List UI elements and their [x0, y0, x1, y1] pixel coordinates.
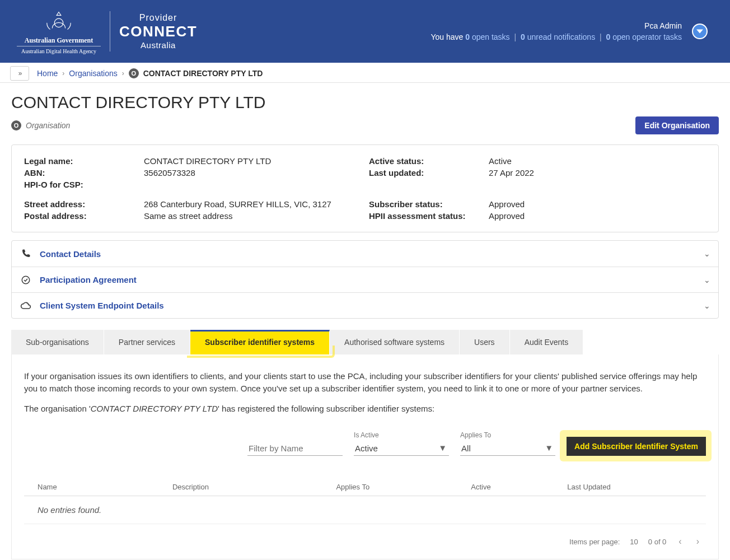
org-badge: O [11, 120, 21, 130]
open-operator-tasks-link[interactable]: 0 open operator tasks [606, 32, 682, 41]
breadcrumb-home[interactable]: Home [37, 69, 58, 78]
page-title: CONTACT DIRECTORY PTY LTD [11, 93, 719, 112]
breadcrumb-current: CONTACT DIRECTORY PTY LTD [143, 69, 263, 78]
tab-authorised-software-systems[interactable]: Authorised software systems [330, 330, 460, 354]
endpoint-details-title: Client System Endpoint Details [40, 301, 164, 310]
breadcrumb-organisations[interactable]: Organisations [69, 69, 117, 78]
applies-to-label: Applies To [460, 431, 555, 439]
pager-range: 0 of 0 [648, 538, 667, 546]
contact-details-row[interactable]: Contact Details ⌄ [12, 241, 718, 267]
filter-row: Is Active Active ▼ Applies To All ▼ Add … [24, 431, 706, 456]
last-updated-value: 27 Apr 2022 [489, 168, 706, 178]
subtitle-left: O Organisation [11, 120, 70, 130]
sep: | [597, 32, 604, 41]
page-subtitle: Organisation [26, 121, 70, 130]
pager-size-select[interactable]: 10 [630, 538, 638, 546]
applies-to-select[interactable]: All [460, 441, 555, 456]
cloud-icon [20, 301, 32, 311]
filter-name-input[interactable] [247, 441, 343, 456]
is-active-select[interactable]: Active [354, 441, 449, 456]
gov-crest-icon [43, 8, 75, 33]
chevron-down-icon: ⌄ [704, 249, 710, 258]
table-empty-row: No entries found. [24, 496, 706, 524]
user-menu-button[interactable] [692, 24, 708, 39]
tab-audit-events[interactable]: Audit Events [510, 330, 584, 354]
gov-title: Australian Government [17, 37, 101, 44]
vertical-divider [110, 11, 110, 52]
pager-next-button[interactable]: › [694, 534, 701, 549]
table-header: Name Description Applies To Active Last … [24, 478, 706, 496]
svg-point-1 [22, 276, 30, 284]
org-info-card: Legal name: CONTACT DIRECTORY PTY LTD Ac… [11, 144, 719, 232]
is-active-field: Is Active Active ▼ [354, 431, 449, 456]
add-subscriber-identifier-system-button[interactable]: Add Subscriber Identifier System [567, 437, 706, 456]
admin-block: Pca Admin You have 0 open tasks | 0 unre… [430, 21, 682, 41]
open-tasks-link[interactable]: 0 open tasks [465, 32, 509, 41]
abn-value: 35620573328 [144, 168, 361, 178]
banner-right: Pca Admin You have 0 open tasks | 0 unre… [430, 21, 708, 41]
banner-left: Australian Government Australian Digital… [17, 8, 197, 54]
gov-crest-block: Australian Government Australian Digital… [17, 8, 101, 54]
col-active: Active [471, 483, 567, 491]
postal-address-value: Same as street address [144, 211, 361, 221]
admin-name: Pca Admin [430, 21, 682, 30]
org-badge: O [129, 68, 139, 78]
page-body: CONTACT DIRECTORY PTY LTD O Organisation… [0, 83, 730, 560]
tab-users[interactable]: Users [460, 330, 510, 354]
applies-to-field: Applies To All ▼ [460, 431, 555, 456]
legal-name-value: CONTACT DIRECTORY PTY LTD [144, 156, 361, 166]
endpoint-details-row[interactable]: Client System Endpoint Details ⌄ [12, 292, 718, 318]
identifier-systems-table: Name Description Applies To Active Last … [24, 478, 706, 524]
breadcrumb: Home › Organisations › O CONTACT DIRECTO… [37, 68, 263, 78]
sidebar-toggle-button[interactable]: » [10, 66, 29, 81]
contact-details-title: Contact Details [40, 249, 101, 259]
is-active-label: Is Active [354, 431, 449, 439]
last-updated-label: Last updated: [369, 168, 481, 178]
legal-name-label: Legal name: [24, 156, 136, 166]
top-banner: Australian Government Australian Digital… [0, 0, 730, 63]
active-status-value: Active [489, 156, 706, 166]
pager-prev-button[interactable]: ‹ [676, 534, 684, 549]
gov-subtitle: Australian Digital Health Agency [17, 48, 101, 54]
participation-agreement-title: Participation Agreement [40, 275, 137, 284]
chevron-down-icon [696, 28, 703, 35]
sep: | [512, 32, 519, 41]
panel-intro: If your organisation issues its own iden… [24, 370, 706, 395]
active-status-label: Active status: [369, 156, 481, 166]
subscriber-status-label: Subscriber status: [369, 199, 481, 209]
unread-notifications-link[interactable]: 0 unread notifications [521, 32, 595, 41]
gov-divider [17, 46, 101, 46]
col-name: Name [38, 483, 172, 491]
street-address-label: Street address: [24, 199, 136, 209]
phone-icon [20, 249, 32, 259]
brand-bot: Australia [119, 40, 197, 50]
expandable-section: Contact Details ⌄ Participation Agreemen… [11, 240, 719, 319]
add-button-wrap: Add Subscriber Identifier System [567, 437, 706, 456]
hpii-status-label: HPII assessment status: [369, 211, 481, 221]
brand-block: Provider CONNECT Australia [119, 13, 197, 50]
filter-name-field [247, 441, 343, 456]
chevron-right-double-icon: » [18, 69, 21, 77]
tasks-line: You have 0 open tasks | 0 unread notific… [430, 32, 682, 41]
tab-sub-organisations[interactable]: Sub-organisations [11, 330, 104, 354]
chevron-down-icon: ⌄ [704, 276, 710, 284]
tab-subscriber-identifier-systems[interactable]: Subscriber identifier systems [190, 330, 330, 354]
col-description: Description [172, 483, 336, 491]
street-address-value: 268 Canterbury Road, SURREY HILLS, VIC, … [144, 199, 361, 209]
tasks-prefix: You have [430, 32, 465, 41]
pager-label: Items per page: [569, 538, 620, 546]
tabs: Sub-organisations Partner services Subsc… [11, 330, 719, 354]
hpii-status-value: Approved [489, 211, 706, 221]
col-applies-to: Applies To [336, 483, 471, 491]
brand-top: Provider [119, 13, 197, 23]
tab-panel: If your organisation issues its own iden… [11, 354, 719, 559]
col-last-updated: Last Updated [567, 483, 692, 491]
check-circle-icon [20, 275, 32, 285]
info-grid: Legal name: CONTACT DIRECTORY PTY LTD Ac… [24, 156, 706, 221]
participation-agreement-row[interactable]: Participation Agreement ⌄ [12, 267, 718, 292]
hpio-value [144, 180, 361, 189]
tab-partner-services[interactable]: Partner services [104, 330, 190, 354]
edit-organisation-button[interactable]: Edit Organisation [635, 116, 719, 134]
panel-registered-line: The organisation 'CONTACT DIRECTORY PTY … [24, 403, 706, 415]
chevron-right-icon: › [122, 69, 124, 77]
